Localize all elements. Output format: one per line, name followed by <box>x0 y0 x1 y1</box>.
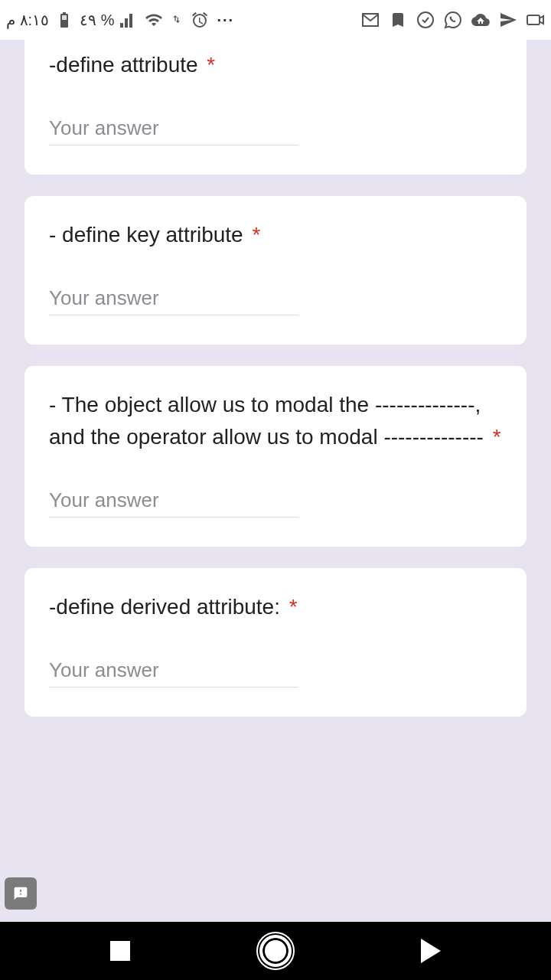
question-text-4: -define derived attribute: * <box>49 591 502 623</box>
question-card-1: -define attribute * <box>24 40 527 175</box>
cloud-add-icon <box>471 11 490 29</box>
alarm-icon <box>191 11 209 29</box>
nav-back[interactable] <box>421 939 441 963</box>
more-icon: ··· <box>217 11 234 29</box>
question-card-4: -define derived attribute: * <box>24 568 527 717</box>
required-mark: * <box>493 425 501 449</box>
battery-percent: ٤٩ % <box>80 11 114 29</box>
signal-icon <box>119 11 137 29</box>
video-icon <box>527 11 545 29</box>
report-issue-button[interactable] <box>5 877 37 910</box>
whatsapp-icon <box>444 11 462 29</box>
answer-input-1[interactable] <box>49 112 298 145</box>
telegram-icon <box>499 11 517 29</box>
required-mark: * <box>207 53 215 77</box>
nav-home[interactable] <box>259 935 292 967</box>
status-time: ٨:١٥ م <box>6 11 49 29</box>
nav-recents[interactable] <box>110 941 130 961</box>
question-text-2: - define key attribute * <box>49 219 502 251</box>
answer-input-2[interactable] <box>49 282 298 315</box>
messenger-check-icon <box>416 11 435 29</box>
bookmark-icon <box>389 11 407 29</box>
wifi-icon <box>145 11 163 29</box>
required-mark: * <box>252 223 260 247</box>
form-content: -define attribute * - define key attribu… <box>0 40 551 717</box>
answer-input-4[interactable] <box>49 654 298 688</box>
answer-input-3[interactable] <box>49 484 298 518</box>
data-transfer-icon <box>171 11 183 29</box>
gmail-icon <box>361 11 380 29</box>
question-text-1: -define attribute * <box>49 49 502 81</box>
question-card-2: - define key attribute * <box>24 196 527 345</box>
question-text-3: - The object allow us to modal the -----… <box>49 389 502 453</box>
status-bar: ٨:١٥ م ٤٩ % ··· <box>0 0 551 40</box>
battery-icon <box>55 11 73 29</box>
required-mark: * <box>289 595 298 619</box>
android-nav-bar <box>0 922 551 980</box>
question-card-3: - The object allow us to modal the -----… <box>24 366 527 547</box>
